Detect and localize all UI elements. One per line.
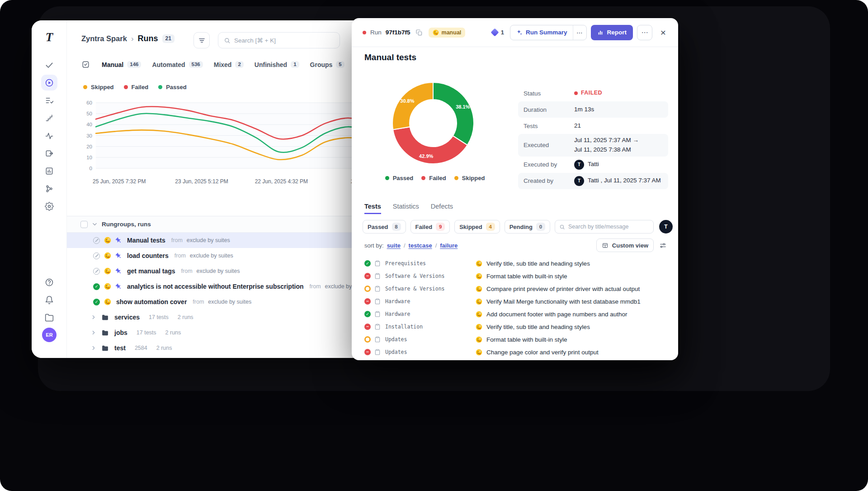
filter-button[interactable] (193, 32, 210, 48)
info-label: Tests (524, 123, 574, 129)
run-summary-label: Run Summary (526, 29, 567, 36)
rungroup-name[interactable]: services (114, 314, 140, 321)
assignee-avatar-button[interactable]: T (659, 220, 673, 234)
test-title[interactable]: Add document footer with page numbers an… (486, 311, 627, 318)
test-row[interactable]: Hardware Verify Mail Merge functionality… (363, 295, 674, 308)
sidebar-nav-item[interactable] (40, 162, 58, 180)
sidebar-nav-item[interactable] (40, 180, 58, 197)
sidebar-nav-icon (45, 202, 54, 211)
sidebar-nav-item[interactable] (40, 109, 58, 127)
sidebar-footer-item[interactable] (40, 291, 58, 309)
runs-filter-tab[interactable]: Automated 536 (152, 61, 203, 68)
tab-label: Automated (152, 61, 185, 68)
sort-option-link[interactable]: testcase (401, 242, 432, 249)
app-logo[interactable]: T (32, 30, 67, 44)
tests-search[interactable] (555, 220, 654, 234)
sidebar-nav-item[interactable] (40, 127, 58, 144)
sidebar-nav-item[interactable] (40, 144, 58, 162)
sidebar-footer-item[interactable] (40, 309, 58, 326)
select-all-checkbox[interactable] (80, 221, 88, 228)
report-button[interactable]: Report (591, 25, 633, 40)
sidebar-footer-item[interactable] (40, 273, 58, 291)
test-row[interactable]: Prerequisites Verify title, sub title an… (363, 257, 674, 270)
test-status-icon (364, 324, 371, 330)
zany-face-emoji-icon (476, 336, 482, 343)
svg-text:30: 30 (86, 133, 92, 138)
run-name[interactable]: show automation cover (116, 298, 187, 305)
table-icon (602, 242, 609, 249)
more-actions-button[interactable]: ⋯ (637, 25, 652, 40)
tests-search-input[interactable] (568, 224, 649, 230)
status-filter-chip[interactable]: Pending 0 (505, 220, 550, 234)
sidebar-nav-item[interactable] (40, 197, 58, 215)
global-search[interactable] (218, 32, 340, 48)
test-title[interactable]: Format table with built-in style (486, 336, 567, 343)
run-name[interactable]: get manual tags (127, 267, 175, 275)
drawer-tab[interactable]: Tests (364, 203, 381, 214)
run-from-label: from (310, 283, 321, 290)
run-name[interactable]: Manual tests (127, 237, 165, 244)
info-label: Duration (524, 106, 574, 113)
sidebar-nav-item[interactable] (40, 56, 58, 74)
status-filter-chip[interactable]: Passed 8 (363, 220, 406, 234)
breadcrumb-project[interactable]: Zyntra Spark (81, 34, 127, 43)
legend-item[interactable]: Skipped (83, 84, 114, 91)
drawer-tab[interactable]: Defects (431, 203, 453, 214)
test-title[interactable]: Verify Mail Merge functionality with tes… (486, 298, 641, 305)
drawer-tab[interactable]: Statistics (393, 203, 419, 214)
run-status-icon (93, 283, 100, 290)
runs-filter-tab[interactable]: Groups 5 (310, 61, 344, 68)
test-row[interactable]: Hardware Add document footer with page n… (363, 308, 674, 320)
search-input[interactable] (234, 37, 334, 44)
close-drawer-button[interactable]: × (656, 26, 670, 39)
chevron-right-icon[interactable] (90, 314, 97, 320)
runs-filter-tab[interactable]: Unfinished 1 (255, 61, 299, 68)
user-avatar: T (574, 176, 584, 186)
test-row[interactable]: Updates Format table with built-in style (363, 333, 674, 346)
test-title[interactable]: Format table with built-in style (486, 273, 567, 280)
run-summary-button[interactable]: Run Summary (510, 25, 573, 40)
run-summary-more-button[interactable]: ⋯ (573, 25, 586, 40)
sidebar-nav-item[interactable] (40, 74, 58, 91)
select-all-runs-icon[interactable] (81, 60, 90, 69)
info-label: Created by (524, 177, 574, 184)
test-title[interactable]: Compare print preview of printer driver … (486, 286, 640, 292)
run-from-label: from (181, 268, 193, 274)
chevron-down-icon[interactable] (91, 221, 98, 228)
rungroup-name[interactable]: test (114, 344, 126, 352)
custom-view-button[interactable]: Custom view (596, 238, 654, 252)
test-row[interactable]: Software & Versions Compare print previe… (363, 282, 674, 295)
test-title[interactable]: Verify title, sub title and heading styl… (486, 260, 590, 267)
rungroup-name[interactable]: jobs (114, 329, 127, 336)
test-row[interactable]: Installation Verify title, sub title and… (363, 320, 674, 333)
linked-defects[interactable]: 1 (492, 29, 504, 36)
legend-item[interactable]: Passed (158, 84, 187, 91)
chart-legend: Skipped Failed Passed (83, 84, 187, 91)
suite-name: Software & Versions (385, 286, 476, 292)
test-title[interactable]: Verify title, sub title and heading styl… (486, 324, 590, 330)
test-row[interactable]: Updates Change page color and verify pri… (363, 346, 674, 358)
test-title-cell: Verify Mail Merge functionality with tes… (476, 298, 674, 305)
chevron-right-icon[interactable] (90, 329, 97, 336)
test-row[interactable]: Software & Versions Format table with bu… (363, 270, 674, 282)
copy-icon[interactable] (415, 29, 423, 36)
sort-option-link[interactable]: failure (432, 242, 458, 249)
status-filter-chip[interactable]: Failed 9 (410, 220, 450, 234)
sort-option-link[interactable]: suite (387, 242, 401, 249)
legend-item[interactable]: Failed (124, 84, 149, 91)
status-filter-chip[interactable]: Skipped 4 (454, 220, 500, 234)
rungroup-tests-count: 17 tests (149, 314, 169, 320)
chevron-right-icon[interactable] (90, 345, 97, 351)
runs-filter-tab[interactable]: Manual 146 (102, 61, 141, 68)
run-name[interactable]: analytics is not accessible without Ente… (127, 283, 304, 290)
runs-filter-tab[interactable]: Mixed 2 (214, 61, 244, 68)
run-name[interactable]: load counters (127, 252, 169, 259)
sidebar-nav-item[interactable] (40, 91, 58, 109)
bar-chart-icon (597, 29, 604, 36)
folder-icon (101, 314, 109, 321)
desktop-background: T (0, 0, 868, 491)
test-title[interactable]: Change page color and verify print outpu… (486, 349, 599, 356)
svg-text:30.8%: 30.8% (400, 98, 414, 104)
user-avatar[interactable]: ER (42, 328, 57, 342)
view-settings-button[interactable] (656, 239, 669, 252)
